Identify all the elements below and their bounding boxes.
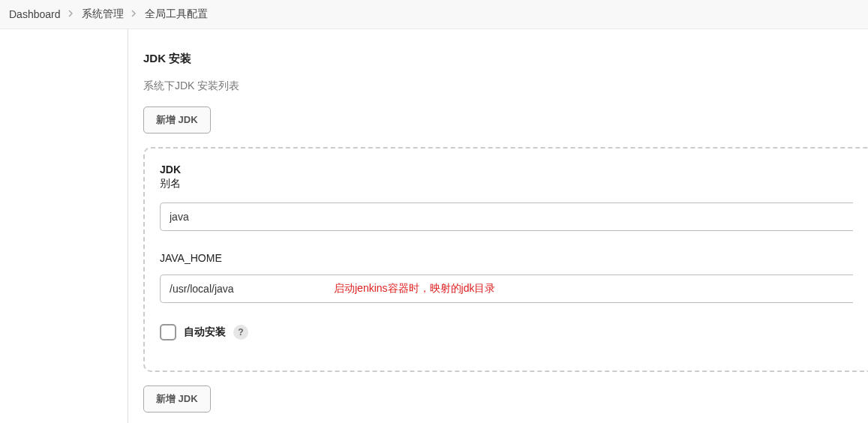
help-icon[interactable]: ? [233,325,248,340]
main-content: JDK 安装 系统下JDK 安装列表 新增 JDK JDK 别名 JAVA_HO… [128,29,868,423]
footer-add-row: 新增 JDK [143,386,868,412]
alias-input-row [160,202,853,231]
breadcrumb-system-manage[interactable]: 系统管理 [82,8,124,21]
add-jdk-button-bottom[interactable]: 新增 JDK [143,386,211,412]
auto-install-checkbox[interactable] [160,324,176,340]
chevron-right-icon [68,9,74,20]
section-title: JDK 安装 [143,52,868,66]
jdk-config-panel: JDK 别名 JAVA_HOME 启动jenkins容器时，映射的jdk目录 自… [143,147,868,372]
chevron-right-icon [131,9,137,20]
alias-input[interactable] [160,202,853,231]
auto-install-row: 自动安装 ? [160,324,853,340]
jdk-heading: JDK [160,164,853,176]
auto-install-label: 自动安装 [184,326,226,339]
breadcrumb: Dashboard 系统管理 全局工具配置 [0,0,868,29]
java-home-input-row: 启动jenkins容器时，映射的jdk目录 [160,274,853,303]
java-home-input[interactable] [160,274,853,303]
add-jdk-button[interactable]: 新增 JDK [143,106,211,134]
section-subtitle: 系统下JDK 安装列表 [143,80,868,93]
breadcrumb-dashboard[interactable]: Dashboard [9,8,61,20]
alias-label: 别名 [160,177,853,190]
java-home-label: JAVA_HOME [160,252,853,264]
breadcrumb-global-tool-config[interactable]: 全局工具配置 [145,8,208,21]
